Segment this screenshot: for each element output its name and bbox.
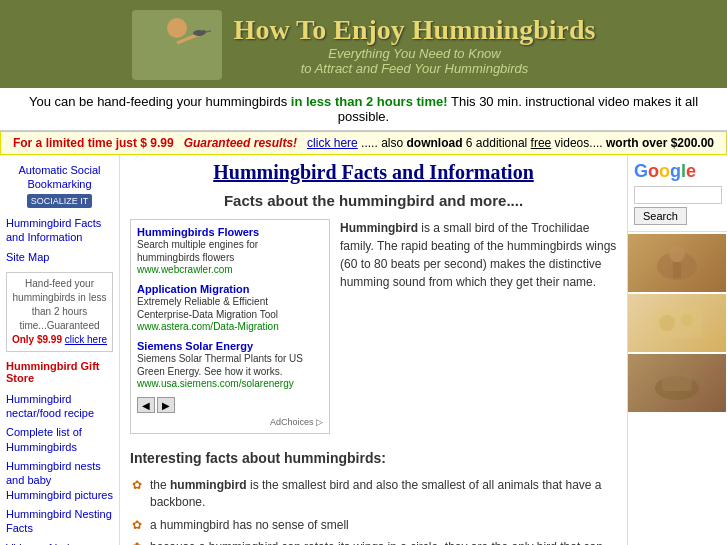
promo-dots: ..... xyxy=(361,136,378,150)
book-price-label: Only xyxy=(12,334,34,345)
svg-point-10 xyxy=(659,315,675,331)
social-bookmarking-label: Automatic Social Bookmarking xyxy=(19,164,101,190)
social-bookmarking-section: Automatic Social Bookmarking SOCIALIZE I… xyxy=(6,163,113,208)
promo-guaranteed: Guaranteed results! xyxy=(184,136,297,150)
ad-item-1: Application Migration Extremely Reliable… xyxy=(137,283,323,332)
facts-list: the hummingbird is the smallest bird and… xyxy=(130,474,617,545)
svg-rect-8 xyxy=(673,262,681,278)
svg-point-11 xyxy=(681,314,693,326)
ad-choices: AdChoices ▷ xyxy=(137,417,323,427)
page-header: How To Enjoy Hummingbirds Everything You… xyxy=(0,0,727,88)
main-content: Hummingbird Facts and Information Facts … xyxy=(120,155,627,545)
promo-also: also xyxy=(381,136,406,150)
ad-navigation: ◀ ▶ xyxy=(137,397,323,413)
promo-videos: videos.... xyxy=(555,136,603,150)
photo-1 xyxy=(628,234,726,292)
sidebar-item-complete-list[interactable]: Complete list of Hummingbirds xyxy=(6,425,113,454)
content-top-area: Hummingbirds Flowers Search multiple eng… xyxy=(130,219,617,442)
fact-item-2: because a hummingbird can rotate its win… xyxy=(130,536,617,545)
header-image xyxy=(132,10,222,80)
google-search-input[interactable] xyxy=(634,186,722,204)
ad-next-button[interactable]: ▶ xyxy=(157,397,175,413)
page-title: Hummingbird Facts and Information xyxy=(130,161,617,184)
promo-download: download xyxy=(406,136,462,150)
site-title: How To Enjoy Hummingbirds xyxy=(234,14,596,46)
fact-item-1: a hummingbird has no sense of smell xyxy=(130,514,617,537)
facts-heading: Interesting facts about hummingbirds: xyxy=(130,450,617,466)
book-promo-box: Hand-feed your hummingbirds in less than… xyxy=(6,272,113,352)
sidebar-extra-links: Hummingbird nectar/food recipe Complete … xyxy=(6,392,113,545)
promo-count: 6 xyxy=(466,136,473,150)
book-click-link[interactable]: click here xyxy=(65,334,107,345)
photo-3 xyxy=(628,354,726,412)
socialize-btn[interactable]: SOCIALIZE IT xyxy=(27,194,93,208)
ads-container: Hummingbirds Flowers Search multiple eng… xyxy=(130,219,330,434)
site-subtitle2: to Attract and Feed Your Hummingbirds xyxy=(234,61,596,76)
ad-title-2[interactable]: Siemens Solar Energy xyxy=(137,340,323,352)
ad-desc-1: Extremely Reliable & Efficient Centerpri… xyxy=(137,296,278,320)
book-text: Hand-feed your hummingbirds in less than… xyxy=(13,278,107,331)
ad-item-2: Siemens Solar Energy Siemens Solar Therm… xyxy=(137,340,323,389)
ad-desc-0: Search multiple engines for hummingbirds… xyxy=(137,239,258,263)
google-g2: g xyxy=(670,161,681,181)
ad-url-2: www.usa.siemens.com/solarenergy xyxy=(137,378,323,389)
promo-worth: worth over $200.00 xyxy=(606,136,714,150)
book-price-value: $9.99 xyxy=(37,334,62,345)
promo-free: free xyxy=(531,136,552,150)
sidebar-nav: Hummingbird Facts and Information Site M… xyxy=(6,216,113,264)
ad-url-0: www.webcrawler.com xyxy=(137,264,323,275)
promo-limited: For a limited time just $ 9.99 xyxy=(13,136,174,150)
header-text: How To Enjoy Hummingbirds Everything You… xyxy=(234,14,596,76)
google-e: e xyxy=(686,161,696,181)
ad-url-1: www.astera.com/Data-Migration xyxy=(137,321,323,332)
google-o2: o xyxy=(659,161,670,181)
ad-prev-button[interactable]: ◀ xyxy=(137,397,155,413)
facts-section: Interesting facts about hummingbirds: th… xyxy=(130,450,617,545)
svg-point-0 xyxy=(167,18,187,38)
ad-desc-2: Siemens Solar Thermal Plants for US Gree… xyxy=(137,353,303,377)
photo-2 xyxy=(628,294,726,352)
hummingbird-bold: Hummingbird xyxy=(340,221,418,235)
sidebar-item-nesting-facts[interactable]: Hummingbird Nesting Facts xyxy=(6,507,113,536)
google-g: G xyxy=(634,161,648,181)
right-sidebar: Google Search xyxy=(627,155,727,545)
promo-bar: For a limited time just $ 9.99 Guarantee… xyxy=(0,131,727,155)
ads-area: Hummingbirds Flowers Search multiple eng… xyxy=(130,219,330,442)
ad-title-1[interactable]: Application Migration xyxy=(137,283,323,295)
gift-store-link[interactable]: Hummingbird Gift Store xyxy=(6,360,113,384)
google-o1: o xyxy=(648,161,659,181)
sidebar-item-sitemap[interactable]: Site Map xyxy=(6,250,113,264)
svg-rect-13 xyxy=(662,373,692,391)
fact-item-0: the hummingbird is the smallest bird and… xyxy=(130,474,617,514)
main-layout: Automatic Social Bookmarking SOCIALIZE I… xyxy=(0,155,727,545)
click-here-link[interactable]: click here xyxy=(307,136,358,150)
photo-gallery xyxy=(628,234,727,412)
sidebar-item-videos[interactable]: Videos of baby Hummingbirds. xyxy=(6,541,113,545)
left-sidebar: Automatic Social Bookmarking SOCIALIZE I… xyxy=(0,155,120,545)
google-search-button[interactable]: Search xyxy=(634,207,687,225)
tagline-prefix: You can be hand-feeding your hummingbird… xyxy=(29,94,291,109)
sidebar-item-facts[interactable]: Hummingbird Facts and Information xyxy=(6,216,113,245)
google-logo: Google xyxy=(634,161,721,182)
site-subtitle1: Everything You Need to Know xyxy=(234,46,596,61)
tagline-highlight: in less than 2 hours time! xyxy=(291,94,448,109)
ad-item-0: Hummingbirds Flowers Search multiple eng… xyxy=(137,226,323,275)
promo-additional: additional xyxy=(476,136,531,150)
svg-line-5 xyxy=(205,31,211,32)
tagline-bar: You can be hand-feeding your hummingbird… xyxy=(0,88,727,131)
ad-title-0[interactable]: Hummingbirds Flowers xyxy=(137,226,323,238)
hummingbird-description: Hummingbird is a small bird of the Troch… xyxy=(340,219,617,432)
google-search-box: Google Search xyxy=(628,155,727,232)
sidebar-item-nectar[interactable]: Hummingbird nectar/food recipe xyxy=(6,392,113,421)
svg-point-7 xyxy=(669,246,685,262)
sidebar-item-nests[interactable]: Hummingbird nests and baby Hummingbird p… xyxy=(6,459,113,502)
social-bookmarking-link[interactable]: Automatic Social Bookmarking xyxy=(19,164,101,190)
content-subtitle: Facts about the hummingbird and more.... xyxy=(130,192,617,209)
